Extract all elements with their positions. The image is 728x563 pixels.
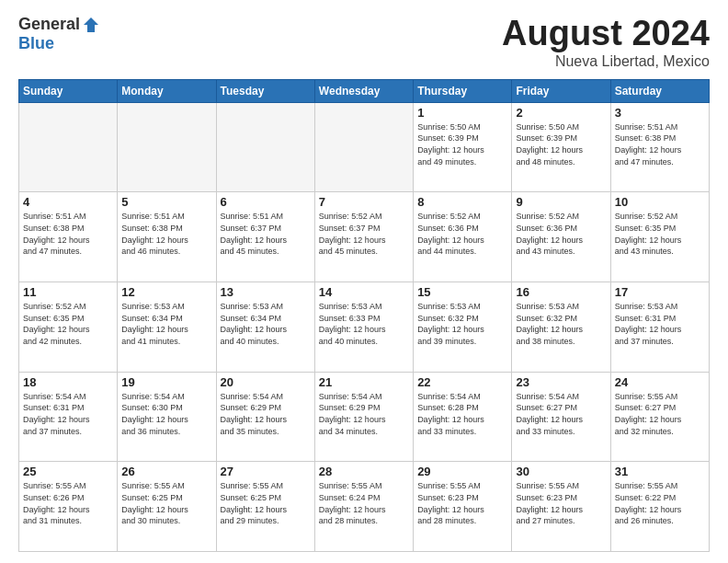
- day-number: 12: [121, 285, 211, 299]
- calendar-cell: 4Sunrise: 5:51 AM Sunset: 6:38 PM Daylig…: [19, 192, 118, 282]
- day-number: 17: [615, 285, 705, 299]
- day-number: 21: [319, 375, 409, 389]
- calendar-cell: 25Sunrise: 5:55 AM Sunset: 6:26 PM Dayli…: [19, 462, 118, 552]
- day-number: 29: [417, 465, 507, 478]
- cell-info: Sunrise: 5:51 AM Sunset: 6:38 PM Dayligh…: [615, 122, 682, 167]
- day-number: 1: [417, 106, 507, 120]
- calendar-row-0: 1Sunrise: 5:50 AM Sunset: 6:39 PM Daylig…: [19, 102, 710, 192]
- calendar-cell: 13Sunrise: 5:53 AM Sunset: 6:34 PM Dayli…: [216, 282, 314, 373]
- cell-info: Sunrise: 5:54 AM Sunset: 6:31 PM Dayligh…: [23, 392, 90, 436]
- calendar-cell: [19, 102, 118, 192]
- cell-info: Sunrise: 5:55 AM Sunset: 6:25 PM Dayligh…: [221, 481, 288, 525]
- calendar-cell: [314, 102, 413, 192]
- calendar-cell: 2Sunrise: 5:50 AM Sunset: 6:39 PM Daylig…: [512, 102, 610, 192]
- calendar-header-thursday: Thursday: [414, 79, 512, 102]
- day-number: 16: [516, 285, 606, 299]
- cell-info: Sunrise: 5:51 AM Sunset: 6:38 PM Dayligh…: [121, 212, 188, 256]
- logo-blue-text: Blue: [18, 34, 54, 53]
- calendar-cell: [118, 102, 216, 192]
- day-number: 18: [23, 375, 113, 389]
- cell-info: Sunrise: 5:55 AM Sunset: 6:23 PM Dayligh…: [417, 481, 484, 525]
- calendar-cell: 15Sunrise: 5:53 AM Sunset: 6:32 PM Dayli…: [414, 282, 512, 373]
- logo: General Blue: [18, 15, 100, 53]
- cell-info: Sunrise: 5:52 AM Sunset: 6:35 PM Dayligh…: [23, 302, 90, 346]
- month-year: August 2024: [502, 15, 710, 53]
- day-number: 26: [121, 465, 211, 478]
- calendar-cell: 8Sunrise: 5:52 AM Sunset: 6:36 PM Daylig…: [414, 192, 512, 282]
- day-number: 30: [516, 465, 606, 478]
- title-section: August 2024 Nueva Libertad, Mexico: [502, 15, 710, 70]
- calendar-cell: 31Sunrise: 5:55 AM Sunset: 6:22 PM Dayli…: [610, 462, 709, 552]
- calendar-cell: 30Sunrise: 5:55 AM Sunset: 6:23 PM Dayli…: [512, 462, 610, 552]
- logo-general: General: [18, 15, 80, 34]
- cell-info: Sunrise: 5:55 AM Sunset: 6:22 PM Dayligh…: [615, 481, 682, 525]
- calendar-cell: 9Sunrise: 5:52 AM Sunset: 6:36 PM Daylig…: [512, 192, 610, 282]
- cell-info: Sunrise: 5:54 AM Sunset: 6:29 PM Dayligh…: [319, 392, 386, 436]
- calendar-cell: 10Sunrise: 5:52 AM Sunset: 6:35 PM Dayli…: [610, 192, 709, 282]
- cell-info: Sunrise: 5:53 AM Sunset: 6:31 PM Dayligh…: [615, 302, 682, 346]
- calendar-header-tuesday: Tuesday: [216, 79, 314, 102]
- cell-info: Sunrise: 5:55 AM Sunset: 6:27 PM Dayligh…: [615, 392, 682, 436]
- cell-info: Sunrise: 5:52 AM Sunset: 6:36 PM Dayligh…: [516, 212, 583, 256]
- calendar-cell: 23Sunrise: 5:54 AM Sunset: 6:27 PM Dayli…: [512, 372, 610, 462]
- day-number: 27: [221, 465, 311, 478]
- page: General Blue August 2024 Nueva Libertad,…: [0, 0, 728, 563]
- calendar-row-2: 11Sunrise: 5:52 AM Sunset: 6:35 PM Dayli…: [19, 282, 710, 373]
- day-number: 14: [319, 285, 409, 299]
- day-number: 4: [23, 195, 113, 209]
- cell-info: Sunrise: 5:53 AM Sunset: 6:32 PM Dayligh…: [417, 302, 484, 346]
- day-number: 24: [615, 375, 705, 389]
- day-number: 9: [516, 195, 606, 209]
- day-number: 28: [319, 465, 409, 478]
- calendar-cell: 20Sunrise: 5:54 AM Sunset: 6:29 PM Dayli…: [216, 372, 314, 462]
- calendar-cell: 24Sunrise: 5:55 AM Sunset: 6:27 PM Dayli…: [610, 372, 709, 462]
- day-number: 31: [615, 465, 705, 478]
- calendar-cell: 12Sunrise: 5:53 AM Sunset: 6:34 PM Dayli…: [118, 282, 216, 373]
- cell-info: Sunrise: 5:54 AM Sunset: 6:29 PM Dayligh…: [221, 392, 288, 436]
- day-number: 25: [23, 465, 113, 478]
- cell-info: Sunrise: 5:51 AM Sunset: 6:37 PM Dayligh…: [221, 212, 288, 256]
- logo-blue: Blue: [18, 34, 54, 52]
- calendar-header-sunday: Sunday: [19, 79, 118, 102]
- header: General Blue August 2024 Nueva Libertad,…: [18, 15, 710, 70]
- day-number: 7: [319, 195, 409, 209]
- day-number: 8: [417, 195, 507, 209]
- logo-icon: [82, 16, 100, 34]
- cell-info: Sunrise: 5:54 AM Sunset: 6:28 PM Dayligh…: [417, 392, 484, 436]
- calendar-cell: 5Sunrise: 5:51 AM Sunset: 6:38 PM Daylig…: [118, 192, 216, 282]
- calendar-cell: 11Sunrise: 5:52 AM Sunset: 6:35 PM Dayli…: [19, 282, 118, 373]
- day-number: 19: [121, 375, 211, 389]
- calendar-cell: 6Sunrise: 5:51 AM Sunset: 6:37 PM Daylig…: [216, 192, 314, 282]
- cell-info: Sunrise: 5:54 AM Sunset: 6:30 PM Dayligh…: [121, 392, 188, 436]
- day-number: 3: [615, 106, 705, 120]
- calendar-cell: 21Sunrise: 5:54 AM Sunset: 6:29 PM Dayli…: [314, 372, 413, 462]
- calendar-cell: 7Sunrise: 5:52 AM Sunset: 6:37 PM Daylig…: [314, 192, 413, 282]
- calendar-header-wednesday: Wednesday: [314, 79, 413, 102]
- calendar-header-saturday: Saturday: [610, 79, 709, 102]
- day-number: 6: [221, 195, 311, 209]
- calendar-cell: 3Sunrise: 5:51 AM Sunset: 6:38 PM Daylig…: [610, 102, 709, 192]
- calendar-table: SundayMondayTuesdayWednesdayThursdayFrid…: [18, 79, 710, 552]
- cell-info: Sunrise: 5:52 AM Sunset: 6:35 PM Dayligh…: [615, 212, 682, 256]
- cell-info: Sunrise: 5:51 AM Sunset: 6:38 PM Dayligh…: [23, 212, 90, 256]
- cell-info: Sunrise: 5:53 AM Sunset: 6:34 PM Dayligh…: [121, 302, 188, 346]
- day-number: 5: [121, 195, 211, 209]
- calendar-cell: 19Sunrise: 5:54 AM Sunset: 6:30 PM Dayli…: [118, 372, 216, 462]
- day-number: 23: [516, 375, 606, 389]
- calendar-cell: 22Sunrise: 5:54 AM Sunset: 6:28 PM Dayli…: [414, 372, 512, 462]
- cell-info: Sunrise: 5:55 AM Sunset: 6:24 PM Dayligh…: [319, 481, 386, 525]
- calendar-cell: 26Sunrise: 5:55 AM Sunset: 6:25 PM Dayli…: [118, 462, 216, 552]
- calendar-row-1: 4Sunrise: 5:51 AM Sunset: 6:38 PM Daylig…: [19, 192, 710, 282]
- day-number: 20: [221, 375, 311, 389]
- cell-info: Sunrise: 5:50 AM Sunset: 6:39 PM Dayligh…: [417, 122, 484, 167]
- calendar-header-monday: Monday: [118, 79, 216, 102]
- cell-info: Sunrise: 5:50 AM Sunset: 6:39 PM Dayligh…: [516, 122, 583, 167]
- cell-info: Sunrise: 5:53 AM Sunset: 6:34 PM Dayligh…: [221, 302, 288, 346]
- cell-info: Sunrise: 5:55 AM Sunset: 6:25 PM Dayligh…: [121, 481, 188, 525]
- calendar-cell: 29Sunrise: 5:55 AM Sunset: 6:23 PM Dayli…: [414, 462, 512, 552]
- calendar-cell: 27Sunrise: 5:55 AM Sunset: 6:25 PM Dayli…: [216, 462, 314, 552]
- calendar-cell: 14Sunrise: 5:53 AM Sunset: 6:33 PM Dayli…: [314, 282, 413, 373]
- calendar-cell: 17Sunrise: 5:53 AM Sunset: 6:31 PM Dayli…: [610, 282, 709, 373]
- calendar-cell: 1Sunrise: 5:50 AM Sunset: 6:39 PM Daylig…: [414, 102, 512, 192]
- day-number: 10: [615, 195, 705, 209]
